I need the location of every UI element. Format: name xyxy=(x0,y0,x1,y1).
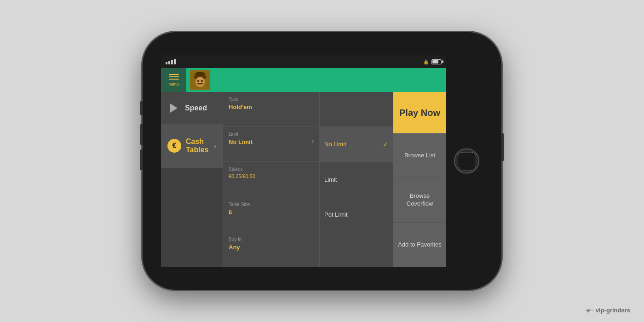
limit-value: No Limit xyxy=(229,138,312,145)
pot-limit-option[interactable]: Pot Limit xyxy=(320,197,393,232)
mute-button[interactable] xyxy=(140,150,143,170)
browse-coverflow-button[interactable]: Browse Coverflow xyxy=(393,178,446,223)
left-panel-empty xyxy=(161,168,223,267)
status-right: 🔒 xyxy=(423,59,442,64)
no-limit-label: No Limit xyxy=(324,141,346,148)
status-bar: 🔒 xyxy=(161,55,446,68)
limit-arrow-icon: › xyxy=(312,138,314,144)
home-button[interactable] xyxy=(454,149,479,174)
signal-bar-1 xyxy=(166,62,167,64)
main-content: Speed € Cash Tables › Type Hold'em xyxy=(161,92,446,267)
avatar xyxy=(190,70,210,90)
browse-list-label: Browse List xyxy=(404,152,435,160)
signal-bar-3 xyxy=(171,60,173,64)
type-empty xyxy=(320,232,393,267)
bird-icon xyxy=(585,307,594,314)
cash-tables-row[interactable]: € Cash Tables › xyxy=(161,124,223,168)
menu-icon-line-2 xyxy=(169,76,179,77)
watermark: vip-grinders xyxy=(585,307,630,314)
cash-tables-label: Cash Tables xyxy=(186,138,214,154)
type-panel: No Limit ✓ Limit Pot Limit xyxy=(320,92,393,267)
limit-cell[interactable]: Limit No Limit › xyxy=(223,127,319,162)
limit-cell-content: Limit No Limit xyxy=(229,132,312,145)
signal-bar-2 xyxy=(168,61,170,64)
buy-in-label: Buy-in xyxy=(229,237,314,242)
stakes-cell[interactable]: Stakes €0.25/€0.50 xyxy=(223,162,319,197)
stakes-value: €0.25/€0.50 xyxy=(229,173,314,179)
speed-row[interactable]: Speed xyxy=(161,92,223,124)
limit-label: Limit xyxy=(229,132,312,137)
buy-in-cell[interactable]: Buy-in Any xyxy=(223,232,319,267)
table-size-label: Table Size xyxy=(229,202,314,207)
browse-coverflow-label: Browse Coverflow xyxy=(396,192,443,208)
home-button-inner xyxy=(458,152,476,170)
power-button[interactable] xyxy=(501,133,504,161)
buy-in-value: Any xyxy=(229,244,314,251)
type-value: Hold'em xyxy=(229,104,314,110)
checkmark-icon: ✓ xyxy=(383,141,388,148)
add-favorites-label: Add to Favorites xyxy=(398,241,442,249)
action-panel: Play Now Browse List Browse Coverflow Ad… xyxy=(393,92,446,267)
left-panel: Speed € Cash Tables › xyxy=(161,92,223,267)
table-size-cell[interactable]: Table Size 6 xyxy=(223,197,319,232)
volume-down-button[interactable] xyxy=(140,124,143,145)
svg-point-3 xyxy=(196,72,205,75)
signal-bar-4 xyxy=(174,59,176,64)
play-now-button[interactable]: Play Now xyxy=(393,92,446,133)
phone-frame: 🔒 Menu xyxy=(143,32,501,290)
lock-icon: 🔒 xyxy=(423,59,429,64)
volume-up-button[interactable] xyxy=(140,101,143,115)
add-favorites-button[interactable]: Add to Favorites xyxy=(393,223,446,267)
speed-icon xyxy=(167,102,180,115)
speed-label: Speed xyxy=(185,104,207,112)
middle-panel: Type Hold'em Limit No Limit › Stakes €0.… xyxy=(223,92,320,267)
pot-limit-label: Pot Limit xyxy=(324,211,348,218)
type-cell[interactable]: Type Hold'em xyxy=(223,92,319,127)
table-size-value: 6 xyxy=(229,209,314,216)
limit-option-label: Limit xyxy=(324,176,337,183)
menu-label: Menu xyxy=(168,82,179,86)
type-label: Type xyxy=(229,97,314,102)
svg-point-4 xyxy=(196,77,205,87)
menu-icon-line-1 xyxy=(169,74,179,75)
header: Menu xyxy=(161,68,446,92)
play-now-label: Play Now xyxy=(399,107,440,118)
type-placeholder xyxy=(320,92,393,127)
svg-point-5 xyxy=(197,80,199,82)
menu-icon-line-3 xyxy=(169,79,179,80)
limit-option[interactable]: Limit xyxy=(320,162,393,197)
battery-icon xyxy=(431,59,442,64)
battery-fill xyxy=(432,60,438,63)
signal-bars xyxy=(166,59,176,64)
browse-list-button[interactable]: Browse List xyxy=(393,133,446,178)
phone-screen: 🔒 Menu xyxy=(161,55,446,267)
svg-point-6 xyxy=(201,80,203,82)
menu-button[interactable]: Menu xyxy=(161,68,186,92)
svg-marker-7 xyxy=(170,104,178,113)
chevron-right-icon: › xyxy=(214,142,216,150)
stakes-label: Stakes xyxy=(229,167,314,172)
no-limit-option[interactable]: No Limit ✓ xyxy=(320,127,393,162)
cash-icon: € xyxy=(167,139,181,153)
avatar-image xyxy=(190,70,210,90)
watermark-text: vip-grinders xyxy=(596,307,630,314)
